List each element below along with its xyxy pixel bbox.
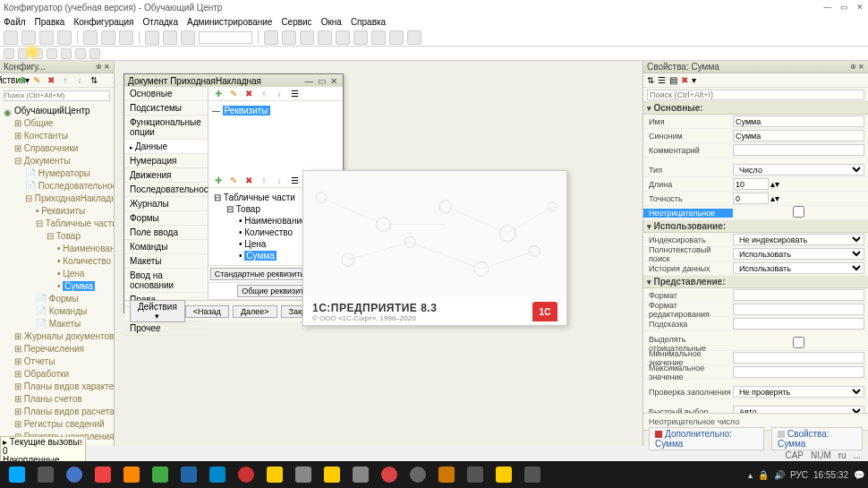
add-icon[interactable]: ✚ <box>16 74 29 87</box>
taskbar-icon[interactable] <box>32 463 59 486</box>
doc-tree-item[interactable]: Наименование <box>244 216 306 226</box>
quick-select[interactable]: Авто <box>733 406 864 413</box>
tool-icon[interactable] <box>32 48 43 59</box>
window-close-icon[interactable]: ✕ <box>328 76 339 86</box>
remove-icon[interactable]: ✖ <box>681 75 688 85</box>
toolbar-search[interactable] <box>199 31 252 44</box>
index-select[interactable]: Не индексировать <box>733 234 864 245</box>
section-main[interactable]: ▾ Основные: <box>643 102 868 115</box>
nav-item[interactable]: Прочее <box>124 321 208 336</box>
footer-link-additional[interactable]: Дополнительно: Сумма <box>649 427 764 450</box>
spinner-icon[interactable]: ▴▾ <box>770 179 779 189</box>
tool-icon[interactable] <box>61 48 72 59</box>
menu-edit[interactable]: Правка <box>35 17 65 27</box>
hint-input[interactable] <box>733 318 864 330</box>
tool-icon[interactable] <box>264 30 278 45</box>
menu-service[interactable]: Сервис <box>281 17 311 27</box>
nav-item[interactable]: Ввод на основании <box>124 269 208 293</box>
tool-icon[interactable] <box>407 30 421 45</box>
tray-icon[interactable]: 💬 <box>854 470 864 480</box>
nav-item[interactable]: Основные <box>124 87 208 101</box>
panel-close-icon[interactable]: ✕ <box>858 63 864 71</box>
calls-close-icon[interactable]: × <box>79 438 83 446</box>
taskbar-icon[interactable] <box>261 463 288 486</box>
window-min-icon[interactable]: — <box>303 76 314 86</box>
doc-tree-item-selected[interactable]: Сумма <box>244 251 276 261</box>
tree-node[interactable]: Общие <box>24 118 54 128</box>
tree-node-selected[interactable]: Сумма <box>63 281 94 291</box>
menu-file[interactable]: Файл <box>4 17 26 27</box>
actions-button[interactable]: Действия ▾ <box>130 300 185 322</box>
tree-node[interactable]: Количество <box>63 256 111 266</box>
actions-menu[interactable]: Действия▾ <box>2 74 14 87</box>
filter-icon[interactable]: ▤ <box>669 75 677 85</box>
props-search[interactable] <box>647 90 864 100</box>
tool-icon[interactable] <box>119 30 133 45</box>
delete-icon[interactable]: ✖ <box>243 88 255 100</box>
next-button[interactable]: Далее> <box>233 305 277 318</box>
tree-node[interactable]: Документы <box>24 156 71 166</box>
tool-icon[interactable] <box>300 30 314 45</box>
tree-node[interactable]: Планы счетов <box>24 394 82 404</box>
nav-item[interactable]: Нумерация <box>124 154 208 168</box>
tool-icon[interactable] <box>83 30 98 45</box>
taskbar-icon[interactable] <box>490 463 517 486</box>
menu-debug[interactable]: Отладка <box>142 17 178 27</box>
menu-config[interactable]: Конфигурация <box>73 17 133 27</box>
up-icon[interactable]: ↑ <box>258 88 270 100</box>
tool-icon[interactable] <box>282 30 296 45</box>
nav-item-active[interactable]: Данные <box>124 140 208 154</box>
menu-help[interactable]: Справка <box>351 17 386 27</box>
fts-select[interactable]: Использовать <box>733 248 864 260</box>
search-icon[interactable] <box>181 30 195 45</box>
hist-select[interactable]: Использовать <box>733 262 864 274</box>
tool-icon[interactable] <box>163 30 177 45</box>
section-view[interactable]: ▾ Представление: <box>643 276 868 288</box>
doc-tree-item[interactable]: Табличные части <box>224 193 295 202</box>
tree-node[interactable]: Константы <box>24 131 68 141</box>
tool-icon[interactable] <box>39 30 54 45</box>
tray-icon[interactable]: ▴ <box>748 470 753 480</box>
tray-time[interactable]: 16:55:32 <box>813 470 848 480</box>
length-input[interactable] <box>733 178 769 190</box>
tray-lang[interactable]: РУС <box>790 470 808 480</box>
nav-item[interactable]: Формы <box>124 211 208 226</box>
tree-node[interactable]: Перечисления <box>24 344 84 354</box>
tree-node[interactable]: Формы <box>49 294 79 304</box>
sort-icon[interactable]: ⇅ <box>647 75 654 85</box>
close-icon[interactable]: ✕ <box>854 2 866 13</box>
menu-admin[interactable]: Администрирование <box>187 17 272 27</box>
tree-search[interactable] <box>4 90 110 101</box>
doc-tree-item[interactable]: Реквизиты <box>223 106 270 116</box>
down-icon[interactable]: ↓ <box>273 88 285 100</box>
format-input[interactable] <box>733 289 864 301</box>
tray-icon[interactable]: 🔒 <box>758 470 769 480</box>
tree-node[interactable]: Планы видов характеристик <box>24 381 114 391</box>
nav-item[interactable]: Движения <box>124 168 208 183</box>
doc-tree-item[interactable]: Количество <box>244 227 293 237</box>
down-icon[interactable]: ↓ <box>273 175 285 187</box>
props-icon[interactable]: ☰ <box>288 175 301 187</box>
up-icon[interactable]: ↑ <box>258 175 270 187</box>
tree-node[interactable]: Цена <box>63 269 84 278</box>
taskbar-icon[interactable] <box>147 463 174 486</box>
tool-icon[interactable] <box>353 30 368 45</box>
tool-icon[interactable] <box>47 48 57 59</box>
precision-input[interactable] <box>733 193 769 204</box>
taskbar-icon[interactable] <box>404 463 431 486</box>
tool-icon[interactable] <box>4 48 14 59</box>
taskbar-icon[interactable] <box>290 463 317 486</box>
taskbar-icon[interactable] <box>89 463 116 486</box>
taskbar-icon[interactable] <box>319 463 345 486</box>
spinner-icon[interactable]: ▴▾ <box>770 193 779 203</box>
tool-icon[interactable] <box>336 30 350 45</box>
edit-icon[interactable]: ✎ <box>227 175 240 187</box>
tree-node[interactable]: Обработки <box>24 369 69 379</box>
tree-node[interactable]: Команды <box>49 306 87 316</box>
taskbar-icon[interactable] <box>376 463 403 486</box>
tree-node[interactable]: Макеты <box>49 319 81 329</box>
maximize-icon[interactable]: ▭ <box>838 2 850 13</box>
taskbar-icon[interactable] <box>347 463 374 486</box>
tool-icon[interactable] <box>389 30 404 45</box>
comment-input[interactable] <box>733 144 864 156</box>
